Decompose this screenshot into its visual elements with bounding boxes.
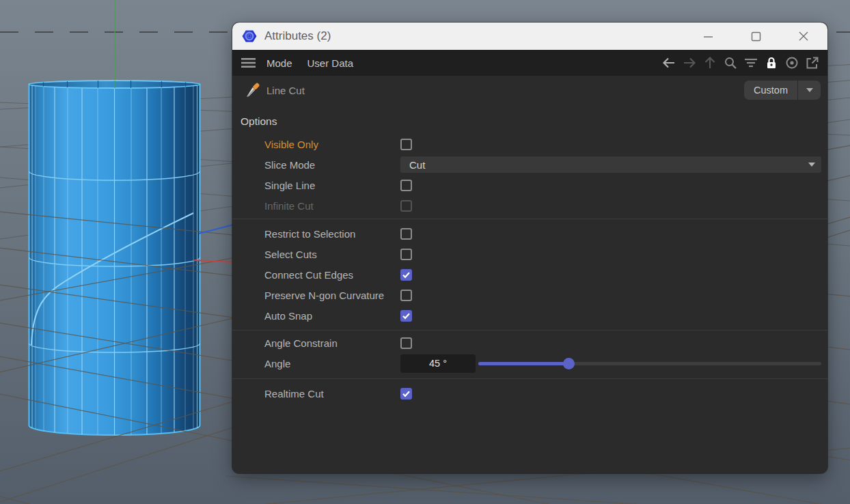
option-label: Auto Snap: [264, 310, 400, 322]
checkmark-icon: [401, 389, 411, 399]
window-titlebar[interactable]: Attributes (2): [232, 23, 827, 50]
window-title: Attributes (2): [264, 29, 331, 43]
slice-mode-dropdown[interactable]: Cut: [400, 156, 821, 173]
app-logo-icon: [242, 29, 257, 44]
restrict-to-selection-checkbox[interactable]: [400, 228, 412, 240]
back-icon[interactable]: [661, 55, 676, 70]
option-label: Visible Only: [264, 139, 400, 150]
forward-icon[interactable]: [682, 55, 697, 70]
option-label: Preserve N-gon Curvature: [264, 290, 400, 301]
close-button[interactable]: [788, 25, 819, 48]
option-row-slice-mode: Slice Mode Cut: [232, 154, 827, 175]
cylinder-object[interactable]: [29, 81, 200, 435]
option-row-realtime-cut: Realtime Cut: [232, 383, 827, 404]
minimize-button[interactable]: [692, 25, 724, 48]
lock-icon[interactable]: [764, 55, 779, 70]
option-label: Slice Mode: [264, 159, 400, 171]
angle-value-field[interactable]: 45 °: [400, 354, 476, 373]
option-row-angle: Angle 45 °: [232, 353, 827, 374]
menu-mode[interactable]: Mode: [266, 57, 292, 69]
option-row-connect-cut-edges: Connect Cut Edges: [232, 264, 827, 285]
auto-snap-checkbox[interactable]: [400, 310, 412, 322]
up-icon[interactable]: [702, 55, 717, 70]
attributes-content: Line Cut Custom Options Visible Only Sli…: [232, 81, 827, 404]
option-row-visible-only: Visible Only: [232, 134, 827, 154]
option-row-infinite-cut: Infinite Cut: [232, 195, 827, 216]
preserve-ngon-curvature-checkbox[interactable]: [400, 290, 412, 301]
slider-handle[interactable]: [563, 358, 575, 369]
option-label: Select Cuts: [264, 249, 400, 260]
separator: [232, 330, 827, 331]
tool-name: Line Cut: [266, 85, 305, 96]
connect-cut-edges-checkbox[interactable]: [400, 269, 412, 281]
separator: [232, 378, 827, 379]
angle-constrain-checkbox[interactable]: [400, 337, 412, 349]
filter-icon[interactable]: [743, 55, 758, 70]
checkmark-icon: [401, 270, 411, 280]
open-external-icon[interactable]: [805, 55, 820, 70]
panel-menubar: Mode User Data: [232, 50, 827, 76]
option-label: Connect Cut Edges: [264, 269, 400, 281]
section-title: Options: [241, 115, 827, 129]
option-label: Angle Constrain: [264, 337, 400, 349]
infinite-cut-checkbox: [400, 200, 412, 212]
target-icon[interactable]: [784, 55, 799, 70]
option-label: Angle: [264, 358, 400, 369]
option-row-single-line: Single Line: [232, 175, 827, 195]
visible-only-checkbox[interactable]: [400, 139, 412, 150]
option-label: Restrict to Selection: [264, 228, 400, 240]
search-icon[interactable]: [723, 55, 738, 70]
preset-dropdown-button[interactable]: Custom: [744, 81, 821, 100]
preset-label: Custom: [744, 85, 797, 96]
option-row-preserve-ngon-curvature: Preserve N-gon Curvature: [232, 285, 827, 305]
attributes-window: Attributes (2) Mode User Data: [232, 23, 827, 473]
option-row-angle-constrain: Angle Constrain: [232, 333, 827, 353]
menu-user-data[interactable]: User Data: [307, 57, 354, 69]
dropdown-caret-icon: [808, 163, 815, 167]
option-label: Single Line: [264, 180, 400, 191]
knife-tool-icon: [244, 81, 262, 99]
angle-slider[interactable]: [478, 358, 821, 369]
option-label: Infinite Cut: [264, 200, 400, 212]
single-line-checkbox[interactable]: [400, 180, 412, 191]
select-cuts-checkbox[interactable]: [400, 249, 412, 260]
separator: [232, 219, 827, 219]
checkmark-icon: [401, 311, 411, 321]
option-row-select-cuts: Select Cuts: [232, 244, 827, 264]
option-label: Realtime Cut: [264, 388, 400, 400]
option-row-auto-snap: Auto Snap: [232, 305, 827, 326]
slider-fill: [478, 362, 568, 365]
hamburger-menu-icon[interactable]: [241, 57, 256, 68]
maximize-button[interactable]: [740, 25, 771, 48]
slice-mode-value: Cut: [409, 159, 808, 171]
realtime-cut-checkbox[interactable]: [400, 388, 412, 400]
option-row-restrict-to-selection: Restrict to Selection: [232, 223, 827, 244]
preset-caret-icon[interactable]: [798, 88, 821, 92]
